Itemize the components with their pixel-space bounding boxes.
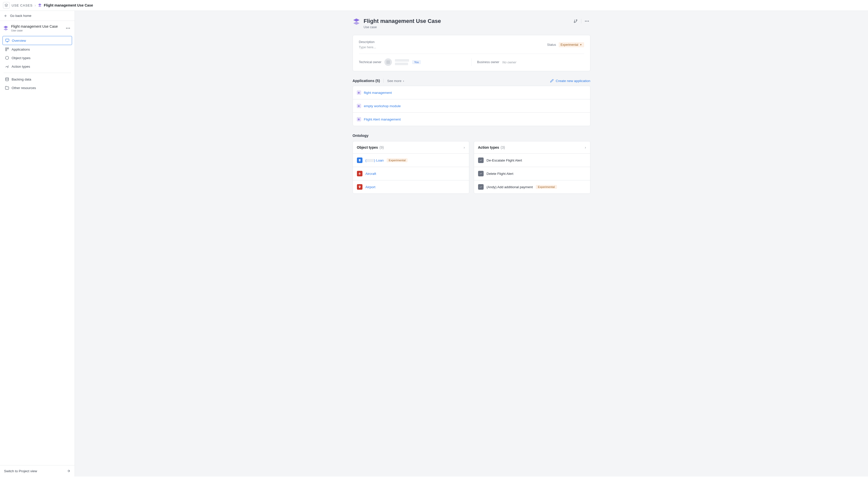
action-type-row[interactable]: De-Escalate Flight Alert — [474, 154, 590, 167]
object-type-name: () Loan — [366, 159, 384, 162]
nav-overview[interactable]: Overview — [2, 36, 72, 45]
action-icon — [478, 171, 484, 176]
technical-owner-label: Technical owner — [359, 60, 382, 64]
database-icon — [5, 77, 9, 81]
branch-icon — [574, 19, 578, 23]
status-dropdown[interactable]: Experimental ▼ — [559, 42, 584, 47]
applications-list: ▦ flight management ▦ empty workshop mod… — [353, 86, 590, 126]
business-owner-label: Business owner — [477, 60, 499, 64]
action-type-name: (Andy) Add additional payment — [487, 185, 533, 189]
workshop-icon: ▦ — [357, 104, 361, 108]
layers-icon[interactable] — [3, 2, 9, 8]
svg-point-8 — [69, 28, 70, 28]
arrow-right-icon — [66, 469, 70, 473]
object-type-row[interactable]: () Loan Experimental — [353, 154, 469, 167]
action-type-name: Delete Flight Alert — [487, 172, 514, 176]
svg-marker-18 — [353, 22, 360, 25]
svg-point-22 — [586, 21, 587, 22]
switch-view-button[interactable]: Switch to Project view — [0, 465, 74, 477]
pencil-icon — [550, 79, 554, 82]
use-case-icon — [353, 18, 360, 25]
description-input[interactable]: Type here... — [359, 45, 376, 49]
more-button[interactable] — [64, 25, 71, 31]
technical-owner: Technical owner You — [359, 58, 466, 66]
arrow-left-icon — [4, 14, 7, 18]
main-content: Flight management Use Case Use case — [75, 11, 868, 477]
action-types-header[interactable]: Action types (3) › — [474, 141, 590, 154]
status-value: Experimental — [561, 43, 578, 46]
cube-icon — [357, 158, 363, 163]
go-back-button[interactable]: Go back home — [0, 11, 74, 21]
caret-down-icon: ▼ — [580, 43, 582, 46]
action-types-title: Action types — [478, 145, 499, 149]
nav-action-types[interactable]: Action types — [2, 62, 72, 71]
svg-point-15 — [5, 77, 8, 78]
chevron-right-icon: › — [464, 145, 465, 149]
see-more-button[interactable]: See more › — [387, 79, 404, 83]
nav-other-resources-label: Other resources — [11, 86, 36, 90]
more-icon — [66, 28, 70, 29]
use-case-icon — [38, 3, 42, 7]
ontology-title: Ontology — [353, 134, 590, 138]
go-back-label: Go back home — [10, 14, 31, 18]
object-type-row[interactable]: Aircraft — [353, 167, 469, 180]
svg-rect-12 — [5, 48, 7, 49]
sidebar-subtitle: Use case — [11, 29, 58, 32]
page-header: Flight management Use Case Use case — [353, 18, 590, 29]
nav-applications-label: Applications — [11, 47, 30, 51]
application-row[interactable]: ▦ empty workshop module — [353, 99, 590, 113]
application-row[interactable]: ▦ flight management — [353, 86, 590, 99]
application-name: empty workshop module — [364, 104, 401, 108]
workshop-icon: ▦ — [357, 117, 361, 121]
nav-other-resources[interactable]: Other resources — [2, 83, 72, 92]
chevron-right-icon: › — [34, 3, 36, 7]
page-more-button[interactable] — [583, 18, 590, 24]
see-more-label: See more — [387, 79, 401, 83]
action-type-row[interactable]: Delete Flight Alert — [474, 167, 590, 180]
svg-point-21 — [585, 21, 586, 22]
status-label: Status — [547, 43, 556, 46]
action-type-row[interactable]: (Andy) Add additional payment Experiment… — [474, 180, 590, 194]
divider — [359, 54, 584, 54]
create-application-button[interactable]: Create new application — [550, 79, 590, 83]
nav-divider — [3, 73, 71, 73]
applications-icon — [5, 47, 9, 51]
nav-object-types[interactable]: Object types — [2, 54, 72, 62]
nav-applications[interactable]: Applications — [2, 45, 72, 54]
description-card: Description Type here... Status Experime… — [353, 35, 590, 71]
breadcrumb-bar: USE CASES › Flight management Use Case — [0, 0, 868, 11]
experimental-badge: Experimental — [386, 158, 408, 162]
experimental-badge: Experimental — [536, 185, 557, 189]
pin-icon — [357, 184, 363, 190]
svg-point-20 — [574, 22, 575, 23]
create-application-label: Create new application — [556, 79, 590, 83]
applications-count: (5) — [376, 79, 380, 83]
svg-point-19 — [576, 20, 577, 21]
nav-action-types-label: Action types — [11, 65, 30, 68]
svg-point-6 — [66, 28, 67, 28]
nav-object-types-label: Object types — [11, 56, 30, 60]
breadcrumb-root[interactable]: USE CASES — [11, 3, 32, 7]
avatar[interactable] — [384, 58, 392, 66]
object-types-card: Object types (9) › () Loan Experimental — [353, 141, 469, 194]
nav-backing-data[interactable]: Backing data — [2, 75, 72, 83]
application-name: flight management — [364, 91, 392, 95]
application-name: Flight Alert management — [364, 117, 401, 121]
action-type-name: De-Escalate Flight Alert — [487, 159, 522, 162]
object-type-row[interactable]: Airport — [353, 180, 469, 194]
breadcrumb-current: Flight management Use Case — [44, 3, 93, 7]
action-icon — [478, 184, 484, 190]
object-types-header[interactable]: Object types (9) › — [353, 141, 469, 154]
svg-marker-2 — [38, 5, 41, 7]
sidebar-title: Flight management Use Case — [11, 24, 58, 28]
chevron-right-icon: › — [403, 79, 404, 83]
application-row[interactable]: ▦ Flight Alert management — [353, 113, 590, 126]
svg-marker-5 — [3, 28, 8, 30]
branch-button[interactable] — [572, 18, 579, 24]
action-types-count: (3) — [501, 145, 505, 149]
object-types-count: (9) — [380, 145, 384, 149]
svg-marker-0 — [5, 4, 8, 5]
applications-section-head: Applications (5) See more › Create new a… — [353, 79, 590, 83]
svg-point-23 — [588, 21, 589, 22]
action-types-card: Action types (3) › De-Escalate Flight Al… — [474, 141, 590, 194]
